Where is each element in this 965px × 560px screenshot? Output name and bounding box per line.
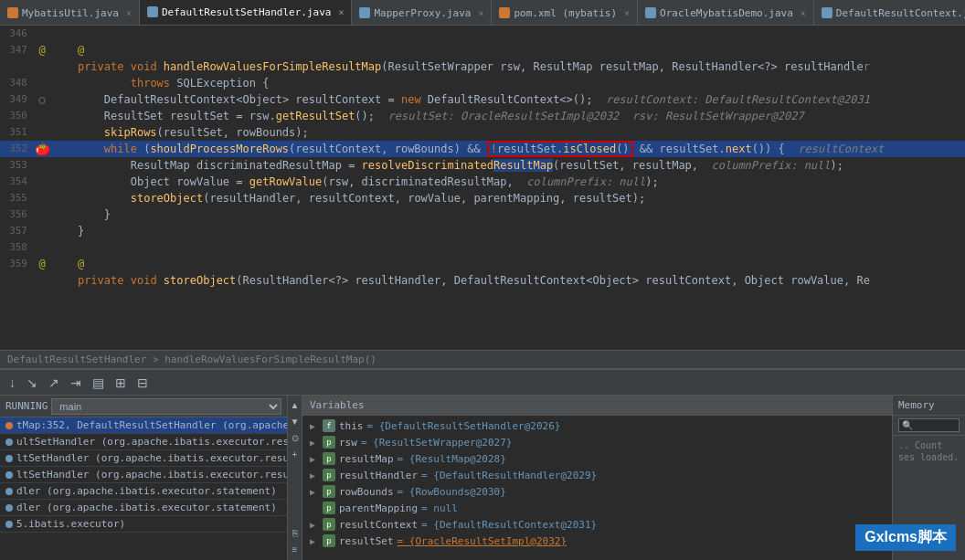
- frame-dot-icon: [5, 422, 13, 429]
- close-icon[interactable]: ×: [624, 8, 630, 18]
- side-add-btn[interactable]: +: [289, 449, 302, 461]
- debug-restore-btn[interactable]: ⊟: [133, 375, 152, 391]
- code-line-354: 354 Object rowValue = getRowValue(rsw, d…: [0, 174, 965, 190]
- tab-icon: [645, 7, 656, 18]
- tab-defaultresultsethandler[interactable]: DefaultResultSetHandler.java ×: [140, 0, 352, 26]
- variables-list: ▶ f this = {DefaultResultSetHandler@2026…: [302, 416, 892, 560]
- debug-toolbar: ↓ ↘ ↗ ⇥ ▤ ⊞ ⊟: [0, 370, 965, 396]
- tab-oraclemybatisdemo[interactable]: OracleMybatisDemo.java ×: [638, 0, 814, 26]
- debug-step-out-btn[interactable]: ↗: [45, 375, 63, 391]
- side-up-btn[interactable]: ▲: [287, 399, 303, 412]
- code-line-357: 357 }: [0, 223, 965, 239]
- watermark: Gxlcms脚本: [855, 524, 956, 551]
- frame-dot-icon: [5, 488, 13, 495]
- var-this[interactable]: ▶ f this = {DefaultResultSetHandler@2026…: [302, 417, 892, 434]
- var-parentmapping[interactable]: p parentMapping = null: [302, 500, 892, 516]
- expand-icon: [310, 503, 319, 513]
- close-icon[interactable]: ×: [801, 8, 806, 18]
- debug-run-to-cursor-btn[interactable]: ⇥: [67, 375, 85, 391]
- frame-item[interactable]: dler (org.apache.ibatis.executor.stateme…: [0, 483, 287, 500]
- var-type-icon: p: [323, 534, 335, 547]
- var-type-icon: p: [323, 452, 335, 465]
- code-line-348: 348 throws SQLException {: [0, 75, 965, 91]
- bottom-content: RUNNING main tMap:352, DefaultResultSetH…: [0, 396, 965, 560]
- tabs-bar: MybatisUtil.java × DefaultResultSetHandl…: [0, 0, 965, 26]
- side-controls: ▲ ▼ ⊙ + ⎘ ≡: [288, 396, 302, 560]
- expand-icon: ▶: [310, 454, 319, 464]
- code-line-353: 353 ResultMap discriminatedResultMap = r…: [0, 157, 965, 174]
- tab-icon: [499, 7, 510, 18]
- editor-area: 346 347 @ @ private void handleRowValues…: [0, 26, 965, 560]
- code-line-352: 352 🍅 while (shouldProcessMoreRows(resul…: [0, 141, 965, 157]
- memory-search: [893, 416, 965, 436]
- side-down-btn[interactable]: ▼: [287, 416, 303, 428]
- code-line-347b: private void handleRowValuesForSimpleRes…: [0, 58, 965, 75]
- code-line-358: 358: [0, 239, 965, 256]
- code-line-346: 346: [0, 26, 965, 42]
- expand-icon: ▶: [310, 487, 319, 497]
- frame-dot-icon: [5, 455, 13, 462]
- close-icon[interactable]: ×: [478, 8, 483, 18]
- memory-search-input[interactable]: [898, 418, 960, 432]
- thread-dropdown[interactable]: main: [51, 398, 281, 415]
- close-icon[interactable]: ×: [338, 7, 344, 17]
- frame-dot-icon: [5, 504, 13, 512]
- var-type-icon: p: [323, 518, 335, 531]
- debug-trace-btn[interactable]: ⊞: [111, 375, 130, 391]
- tab-mapperproxy[interactable]: MapperProxy.java ×: [352, 0, 492, 26]
- tab-pomxml[interactable]: pom.xml (mybatis) ×: [492, 0, 638, 26]
- tab-mybatisutil[interactable]: MybatisUtil.java ×: [0, 0, 140, 26]
- running-label: RUNNING: [5, 400, 48, 412]
- frame-dot-icon: [5, 521, 13, 528]
- frame-item[interactable]: ultSetHandler (org.apache.ibatis.executo…: [0, 434, 287, 450]
- running-bar: RUNNING main: [0, 396, 287, 417]
- code-line-349: 349 ○ DefaultResultContext<Object> resul…: [0, 91, 965, 108]
- frame-dot-icon: [5, 471, 13, 479]
- bottom-panel: ↓ ↘ ↗ ⇥ ▤ ⊞ ⊟ RUNNING main: [0, 368, 965, 560]
- var-rowbounds[interactable]: ▶ p rowBounds = {RowBounds@2030}: [302, 483, 892, 500]
- tab-icon: [7, 7, 18, 18]
- frame-dot-icon: [5, 438, 13, 446]
- var-type-icon: p: [323, 469, 335, 481]
- var-type-icon: p: [323, 502, 335, 514]
- var-resultmap[interactable]: ▶ p resultMap = {ResultMap@2028}: [302, 450, 892, 467]
- side-copy-btn[interactable]: ⎘: [289, 527, 302, 540]
- expand-icon: ▶: [310, 536, 319, 546]
- code-line-359: 359 @ @: [0, 256, 965, 272]
- var-type-icon: p: [323, 485, 335, 498]
- tab-defaultresultcontext[interactable]: DefaultResultContext.java ×: [814, 0, 965, 26]
- var-resulthandler[interactable]: ▶ p resultHandler = {DefaultResultHandle…: [302, 467, 892, 483]
- debug-step-over-btn[interactable]: ↓: [5, 375, 19, 391]
- var-resultset[interactable]: ▶ p resultSet = {OracleResultSetImpl@203…: [302, 533, 892, 549]
- frame-item[interactable]: 5.ibatis.executor): [0, 516, 287, 533]
- code-line-350: 350 ResultSet resultSet = rsw.getResultS…: [0, 108, 965, 124]
- code-line-356: 356 }: [0, 206, 965, 223]
- tab-icon: [147, 6, 158, 17]
- frame-list: tMap:352, DefaultResultSetHandler (org.a…: [0, 417, 287, 560]
- var-type-icon: f: [323, 419, 335, 432]
- breadcrumb: DefaultResultSetHandler > handleRowValue…: [0, 350, 965, 368]
- side-filter-btn[interactable]: ⊙: [288, 432, 302, 445]
- frame-item[interactable]: ltSetHandler (org.apache.ibatis.executor…: [0, 467, 287, 483]
- code-line-359b: private void storeObject(ResultHandler<?…: [0, 272, 965, 289]
- frame-item[interactable]: tMap:352, DefaultResultSetHandler (org.a…: [0, 417, 287, 434]
- side-settings-btn[interactable]: ≡: [289, 544, 302, 556]
- memory-header: Memory: [893, 396, 965, 416]
- var-type-icon: p: [323, 436, 335, 449]
- var-resultcontext[interactable]: ▶ p resultContext = {DefaultResultContex…: [302, 516, 892, 533]
- frame-item[interactable]: dler (org.apache.ibatis.executor.stateme…: [0, 500, 287, 516]
- debug-frames-panel: RUNNING main tMap:352, DefaultResultSetH…: [0, 396, 288, 560]
- code-line-351: 351 skipRows(resultSet, rowBounds);: [0, 124, 965, 141]
- frame-item[interactable]: ltSetHandler (org.apache.ibatis.executor…: [0, 450, 287, 467]
- variables-header: Variables: [302, 396, 892, 416]
- code-lines: 346 347 @ @ private void handleRowValues…: [0, 26, 965, 350]
- code-editor: 346 347 @ @ private void handleRowValues…: [0, 26, 965, 350]
- variables-panel: Variables ▶ f this = {DefaultResultSetHa…: [302, 396, 892, 560]
- expand-icon: ▶: [310, 438, 319, 448]
- debug-evaluate-btn[interactable]: ▤: [89, 375, 108, 391]
- code-line-347: 347 @ @: [0, 42, 965, 58]
- var-rsw[interactable]: ▶ p rsw = {ResultSetWrapper@2027}: [302, 434, 892, 450]
- debug-step-into-btn[interactable]: ↘: [23, 375, 41, 391]
- expand-icon: ▶: [310, 520, 319, 530]
- close-icon[interactable]: ×: [126, 8, 132, 18]
